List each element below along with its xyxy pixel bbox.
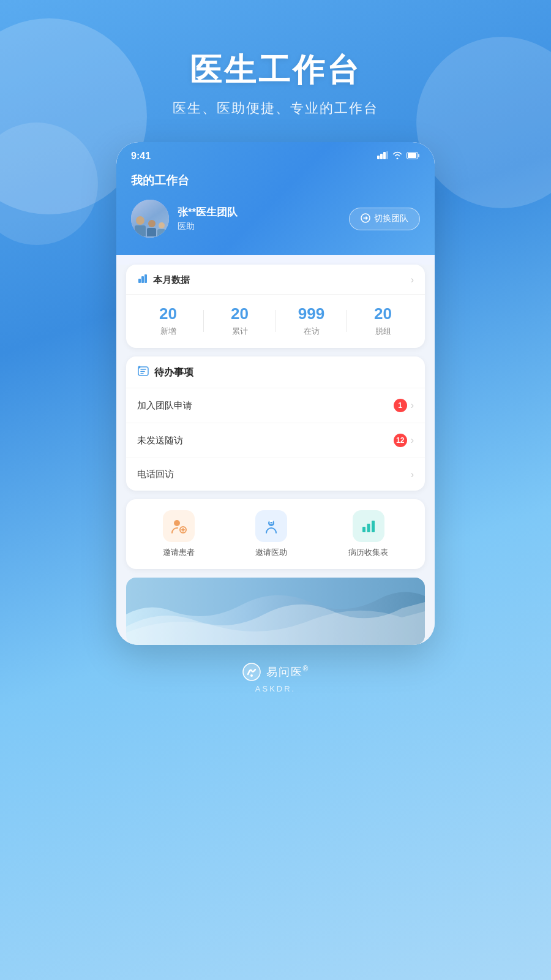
stat-new-label: 新增	[132, 326, 204, 337]
svg-rect-5	[408, 153, 416, 158]
todo-chevron-join: ›	[411, 400, 414, 411]
action-invite-patient[interactable]: 邀请患者	[163, 510, 195, 558]
stat-visiting-number: 999	[276, 304, 347, 323]
stat-cumulative-number: 20	[204, 304, 276, 323]
stat-visiting: 999 在访	[276, 304, 347, 337]
stat-cumulative-label: 累计	[204, 326, 276, 337]
chevron-right-icon: ›	[411, 274, 414, 285]
stat-dropout-number: 20	[347, 304, 419, 323]
quick-actions: 邀请患者 邀请医助	[126, 499, 425, 569]
svg-rect-1	[380, 154, 383, 159]
action-invite-assistant[interactable]: 邀请医助	[255, 510, 287, 558]
status-time: 9:41	[131, 151, 151, 162]
svg-rect-17	[367, 524, 370, 532]
action-invite-patient-label: 邀请患者	[163, 547, 195, 558]
banner-area	[126, 578, 425, 645]
bottom-brand: 易问医® ASKDR.	[0, 645, 551, 706]
todo-item-followup[interactable]: 未发送随访 12 ›	[126, 423, 425, 458]
action-medical-form-label: 病历收集表	[348, 547, 388, 558]
svg-point-20	[250, 674, 253, 677]
battery-icon	[407, 151, 420, 161]
svg-rect-18	[372, 521, 375, 532]
svg-rect-8	[141, 276, 144, 283]
invite-assistant-icon-wrap	[255, 510, 287, 542]
app-subtitle: 医生、医助便捷、专业的工作台	[0, 99, 551, 118]
phone-header: 9:41	[116, 142, 435, 255]
stat-new-number: 20	[132, 304, 204, 323]
signal-icon	[377, 151, 388, 161]
brand-registered: ®	[303, 665, 310, 673]
app-title: 医生工作台	[0, 49, 551, 92]
brand-name: 易问医®	[266, 665, 310, 679]
todo-chevron-followup: ›	[411, 435, 414, 446]
svg-rect-0	[377, 156, 380, 159]
todo-item-join-label: 加入团队申请	[137, 400, 192, 412]
todo-item-callback[interactable]: 电话回访 ›	[126, 458, 425, 491]
stat-dropout-label: 脱组	[347, 326, 419, 337]
avatar	[131, 200, 169, 238]
todo-item-callback-right: ›	[411, 469, 414, 480]
switch-team-button[interactable]: 切换团队	[349, 208, 420, 230]
phone-body: 本月数据 › 20 新增 20 累计 999 在访	[116, 265, 435, 645]
app-header: 医生工作台 医生、医助便捷、专业的工作台	[0, 0, 551, 136]
stat-new: 20 新增	[132, 304, 204, 337]
wifi-icon	[392, 151, 403, 161]
todo-header: 待办事项	[126, 356, 425, 388]
svg-rect-7	[138, 279, 141, 283]
chart-icon	[137, 273, 148, 287]
banner-gradient	[126, 578, 425, 645]
brand-sub: ASKDR.	[0, 684, 551, 693]
profile-info: 张**医生团队 医助	[178, 205, 238, 232]
svg-rect-15	[269, 520, 273, 522]
todo-item-join[interactable]: 加入团队申请 1 ›	[126, 388, 425, 423]
medical-form-icon-wrap	[353, 510, 384, 542]
todo-badge-followup: 12	[394, 434, 407, 447]
switch-icon	[361, 213, 370, 225]
data-card-title-row: 本月数据	[137, 273, 190, 287]
stat-dropout: 20 脱组	[347, 304, 419, 337]
svg-rect-16	[362, 527, 365, 532]
todo-item-followup-right: 12 ›	[394, 434, 414, 447]
action-medical-form[interactable]: 病历收集表	[348, 510, 388, 558]
todo-icon	[137, 365, 149, 380]
stat-visiting-label: 在访	[276, 326, 347, 337]
todo-item-join-right: 1 ›	[394, 399, 414, 412]
brand-logo-row: 易问医®	[0, 662, 551, 682]
phone-mockup: 9:41	[0, 142, 551, 645]
monthly-data-card: 本月数据 › 20 新增 20 累计 999 在访	[126, 265, 425, 348]
svg-rect-9	[144, 274, 147, 283]
invite-patient-icon-wrap	[163, 510, 195, 542]
svg-point-12	[174, 520, 180, 526]
profile-row: 张**医生团队 医助 切换团队	[131, 200, 420, 238]
todo-chevron-callback: ›	[411, 469, 414, 480]
brand-logo-icon	[242, 662, 261, 682]
svg-rect-3	[386, 151, 388, 159]
data-card-header[interactable]: 本月数据 ›	[126, 265, 425, 295]
workbench-title: 我的工作台	[131, 173, 420, 189]
profile-left: 张**医生团队 医助	[131, 200, 238, 238]
phone-screen: 9:41	[116, 142, 435, 645]
svg-point-11	[138, 366, 141, 369]
svg-rect-2	[383, 152, 386, 159]
profile-name: 张**医生团队	[178, 205, 238, 219]
todo-card: 待办事项 加入团队申请 1 › 未发送随访 12 ›	[126, 356, 425, 491]
switch-team-label: 切换团队	[374, 213, 408, 224]
todo-item-callback-label: 电话回访	[137, 469, 174, 480]
todo-badge-join: 1	[394, 399, 407, 412]
data-card-title: 本月数据	[153, 274, 190, 286]
status-icons	[377, 151, 420, 161]
action-invite-assistant-label: 邀请医助	[255, 547, 287, 558]
todo-title: 待办事项	[154, 366, 193, 379]
stat-cumulative: 20 累计	[204, 304, 276, 337]
status-bar: 9:41	[131, 142, 420, 167]
todo-item-followup-label: 未发送随访	[137, 435, 183, 447]
profile-role: 医助	[178, 221, 238, 232]
data-stats: 20 新增 20 累计 999 在访 20 脱组	[126, 295, 425, 348]
